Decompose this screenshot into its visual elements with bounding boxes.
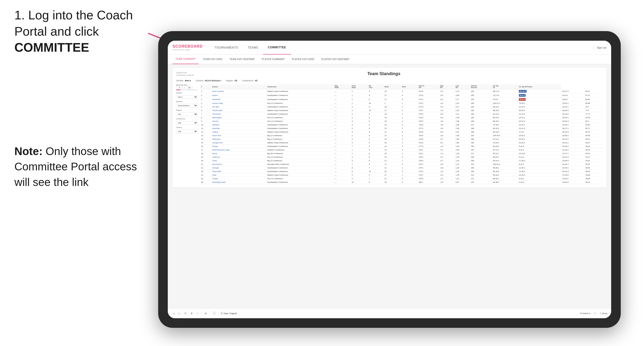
cell-9-1: Alabama	[211, 123, 266, 127]
cell-24-6: 21	[384, 177, 401, 180]
table-row: 3VanderbiltSoutheastern Conference—28276…	[200, 97, 603, 101]
min-rounds-from[interactable]	[176, 86, 183, 89]
expand-icon[interactable]: ⤢	[593, 311, 597, 316]
add-tab-icon[interactable]: ⊕	[204, 311, 208, 316]
cell-5-12: 96-29-2	[492, 109, 518, 112]
region-select[interactable]: N/A	[176, 112, 198, 116]
cell-11-3: —	[334, 130, 351, 134]
cell-1-9: -5.0	[439, 93, 455, 97]
table-row: 21New MexicoMountain West Conference—191…	[200, 163, 603, 166]
sign-out-button[interactable]: Sign out	[597, 46, 606, 49]
bookmark-icon[interactable]: □	[196, 311, 200, 316]
toolbar-right: 👁 Watch ▾ ⤢ ↗ Share	[580, 311, 608, 316]
reload-icon[interactable]: ↻	[183, 311, 188, 316]
filters-panel: Minimum Rou... — Gender	[176, 84, 198, 184]
col-rnds: Rnds	[384, 84, 401, 89]
sub-nav-team-h2h-heatmap[interactable]: TEAM H2H HEATMAP	[226, 55, 258, 64]
cell-15-4: 7	[351, 145, 368, 148]
cell-12-11: 267	[470, 134, 492, 137]
cell-7-5: 8	[368, 116, 384, 119]
cell-25-13: 4-21-0	[518, 180, 562, 184]
table-row: 15Georgia TechAtlantic Coast Conference—…	[200, 141, 603, 145]
sub-nav-team-h2h-grid[interactable]: TEAM H2H GRID	[200, 55, 225, 64]
cell-21-5: 7	[368, 166, 384, 170]
col-wins: Wins	[401, 84, 418, 89]
table-row: 14OklahomaBig 12 Conference—24242276.6-3…	[200, 137, 603, 141]
table-row: 13Texas TechBig 12 Conference—19272276.9…	[200, 134, 603, 137]
cell-12-5: 9	[368, 134, 384, 137]
cell-4-13: 12-14-1	[518, 105, 562, 109]
cell-9-0: 10	[200, 123, 211, 127]
watch-button[interactable]: 👁 Watch ▾	[580, 312, 590, 315]
cell-14-5: 8	[368, 141, 384, 145]
cell-17-13: 13-13-0	[518, 152, 562, 155]
cell-3-2: Pac-12 Conference	[266, 101, 334, 105]
share-icon-toolbar[interactable]: ⬆	[190, 311, 194, 316]
cell-1-5: 9	[368, 93, 384, 97]
logo-subtitle: Powered by clippd	[172, 49, 203, 51]
cell-16-4: 1	[351, 148, 368, 152]
cell-18-9: -5.1	[439, 155, 455, 159]
cell-17-14: 27-17-1	[561, 152, 584, 155]
cell-17-8: 279.1	[418, 152, 439, 155]
view-icon: ☷	[221, 312, 223, 315]
sub-nav-player-summary[interactable]: PLAYER SUMMARY	[259, 55, 288, 64]
cell-21-0: 22	[200, 166, 211, 170]
cell-9-12: 72-30-1	[492, 123, 518, 127]
gender-select[interactable]: Men's	[176, 95, 198, 99]
division-select[interactable]: NCAA Division I	[176, 104, 198, 107]
cell-4-14: 29-15-1	[561, 105, 584, 109]
table-row: 2AuburnSoutheastern Conference—19276273.…	[200, 93, 603, 97]
cell-8-4: 3	[351, 119, 368, 123]
min-rounds-range: —	[176, 86, 198, 89]
view-original-button[interactable]: ☷ View: Original	[221, 312, 236, 315]
cell-14-0: 15	[200, 141, 211, 145]
cell-8-15: 63.3	[584, 119, 603, 123]
cell-4-6: 18	[384, 105, 401, 109]
col-school: School	[211, 84, 266, 89]
nav-committee[interactable]: COMMITTEE	[263, 41, 291, 55]
cell-0-1: North Carolina	[211, 89, 266, 93]
forward-icon[interactable]: ▷	[177, 311, 182, 316]
cell-20-6: 17	[384, 163, 401, 166]
cell-16-0: 17	[200, 148, 211, 152]
share-button[interactable]: ↗ Share	[600, 312, 608, 315]
gender-filter-group: Gender Men's	[176, 92, 198, 99]
cell-5-5: 10	[368, 109, 384, 112]
sub-nav-player-h2h-grid[interactable]: PLAYER H2H GRID	[289, 55, 317, 64]
cell-18-15: 44.27	[584, 155, 603, 159]
cell-16-2: Southern Conference	[266, 148, 334, 152]
cell-12-0: 13	[200, 134, 211, 137]
cell-5-0: 6	[200, 109, 211, 112]
cell-11-1: Virginia	[211, 130, 266, 134]
cell-16-10: 1.55	[455, 148, 470, 152]
sub-nav-team-summary[interactable]: TEAM SUMMARY	[172, 55, 199, 64]
nav-teams[interactable]: TEAMS	[243, 41, 263, 55]
rounds-slider-track[interactable]	[176, 89, 198, 90]
sub-nav-player-h2h-heatmap[interactable]: PLAYER H2H HEATMAP	[318, 55, 352, 64]
cell-16-7: 4	[401, 148, 418, 152]
conference-filter-label: Conference:	[242, 79, 254, 82]
table-row: 16FloridaSoutheastern Conference—7924427…	[200, 145, 603, 148]
cell-16-12: 87-21-2	[492, 148, 518, 152]
col-conf-rank: ConfRank	[351, 84, 368, 89]
nav-tournaments[interactable]: TOURNAMENTS	[210, 41, 243, 55]
info-icon[interactable]: ⓘ	[212, 310, 217, 316]
cell-4-2: Southeastern Conference	[266, 105, 334, 109]
cell-7-15: 63.49	[584, 116, 603, 119]
back-icon[interactable]: ◁	[171, 311, 176, 316]
cell-24-3: —	[334, 177, 351, 180]
cell-7-11: 262	[470, 116, 492, 119]
school-select[interactable]: (All)	[176, 130, 198, 133]
conference-select[interactable]: (All)	[176, 121, 198, 125]
cell-12-13: 15-32-2	[518, 134, 562, 137]
cell-6-13: 11-19-0	[518, 112, 562, 116]
cell-24-11: 271	[470, 177, 492, 180]
division-label: Division	[176, 101, 198, 102]
cell-22-5: 10	[368, 170, 384, 173]
cell-4-11: 262	[470, 105, 492, 109]
cell-24-13: 9-19-1	[518, 177, 562, 180]
cell-10-2: Southeastern Conference	[266, 127, 334, 130]
min-rounds-to[interactable]	[186, 86, 193, 89]
col-reg-rank: RegRank	[334, 84, 351, 89]
